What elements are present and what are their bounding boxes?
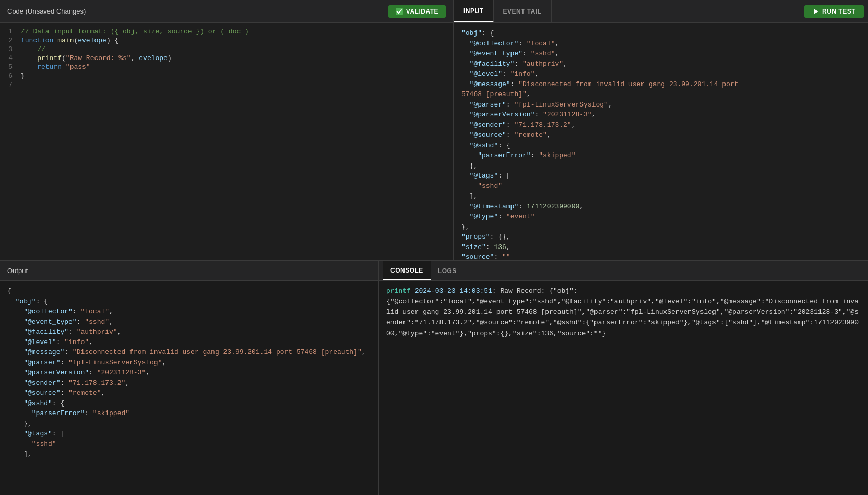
output-header: Output xyxy=(0,261,378,281)
line-code-7 xyxy=(21,80,453,89)
code-title: Code (Unsaved Changes) xyxy=(7,7,86,15)
code-line-6: 6 } xyxy=(0,72,453,80)
input-tab-group: INPUT EVENT TAIL xyxy=(454,0,552,22)
line-code-6: } xyxy=(21,72,453,80)
console-header: CONSOLE LOGS xyxy=(379,261,868,281)
code-line-5: 5 return "pass" xyxy=(0,63,453,72)
console-output: printf 2024-03-23 14:03:51: Raw Record: … xyxy=(386,286,861,339)
console-body[interactable]: printf 2024-03-23 14:03:51: Raw Record: … xyxy=(379,281,868,495)
line-code-5: return "pass" xyxy=(21,63,453,72)
line-num-6: 6 xyxy=(0,72,21,80)
output-body[interactable]: { "obj": { "@collector": "local", "@even… xyxy=(0,281,378,495)
run-test-button[interactable]: RUN TEST xyxy=(804,5,864,18)
input-header: INPUT EVENT TAIL RUN TEST xyxy=(454,0,868,23)
tab-console[interactable]: CONSOLE xyxy=(383,261,431,280)
tab-input[interactable]: INPUT xyxy=(454,0,494,22)
line-num-3: 3 xyxy=(0,45,21,54)
output-panel: Output { "obj": { "@collector": "local",… xyxy=(0,261,379,495)
input-body[interactable]: "obj": { "@collector": "local", "@event_… xyxy=(454,23,868,260)
tab-logs[interactable]: LOGS xyxy=(431,261,464,280)
output-json: { "obj": { "@collector": "local", "@even… xyxy=(7,286,371,459)
code-line-4: 4 printf("Raw Record: %s", evelope) xyxy=(0,54,453,63)
line-num-5: 5 xyxy=(0,63,21,72)
validate-button[interactable]: VALIDATE xyxy=(388,5,446,18)
code-line-7: 7 xyxy=(0,80,453,89)
tab-event-tail[interactable]: EVENT TAIL xyxy=(494,0,552,22)
svg-marker-1 xyxy=(814,9,818,14)
code-line-1: 1 // Data input format: ({ obj, size, so… xyxy=(0,27,453,36)
line-code-3: // xyxy=(21,45,453,54)
input-json: "obj": { "@collector": "local", "@event_… xyxy=(461,28,861,260)
code-line-3: 3 // xyxy=(0,45,453,54)
check-icon xyxy=(396,8,403,15)
line-code-1: // Data input format: ({ obj, size, sour… xyxy=(21,27,453,36)
input-panel: INPUT EVENT TAIL RUN TEST "obj": { "@col… xyxy=(454,0,868,260)
play-icon xyxy=(813,8,819,15)
code-body[interactable]: 1 // Data input format: ({ obj, size, so… xyxy=(0,23,453,260)
line-num-2: 2 xyxy=(0,36,21,45)
line-num-4: 4 xyxy=(0,54,21,63)
line-code-4: printf("Raw Record: %s", evelope) xyxy=(21,54,453,63)
output-title: Output xyxy=(7,267,28,275)
line-code-2: function main(evelope) { xyxy=(21,36,453,45)
code-lines: 1 // Data input format: ({ obj, size, so… xyxy=(0,27,453,89)
line-num-1: 1 xyxy=(0,27,21,36)
code-line-2: 2 function main(evelope) { xyxy=(0,36,453,45)
line-num-7: 7 xyxy=(0,80,21,89)
console-panel: CONSOLE LOGS printf 2024-03-23 14:03:51:… xyxy=(379,261,868,495)
code-header: Code (Unsaved Changes) VALIDATE xyxy=(0,0,453,23)
code-editor-panel: Code (Unsaved Changes) VALIDATE 1 // Dat… xyxy=(0,0,454,260)
